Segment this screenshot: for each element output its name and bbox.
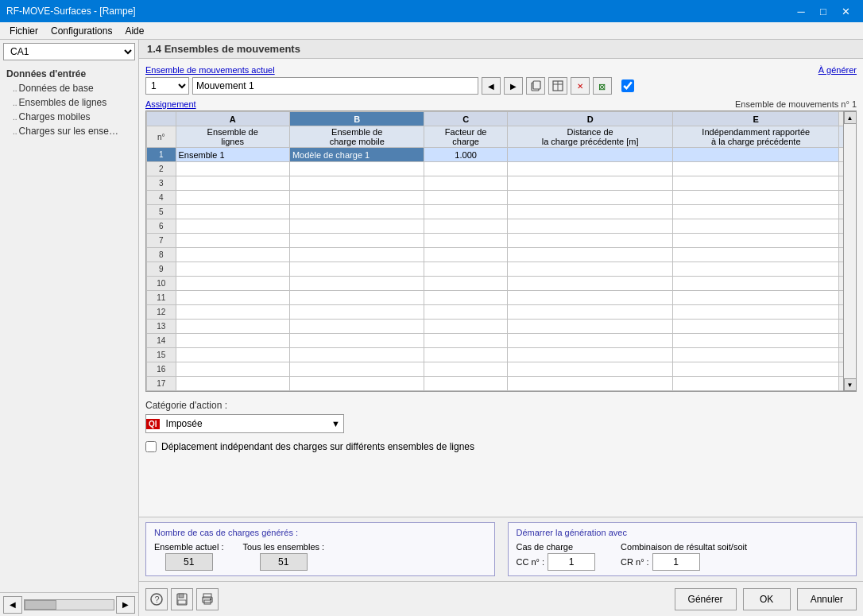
menu-fichier[interactable]: Fichier bbox=[3, 24, 45, 38]
col-d-header[interactable]: D bbox=[507, 112, 673, 126]
cell-e[interactable] bbox=[673, 305, 839, 320]
cell-e[interactable] bbox=[673, 377, 839, 391]
table-row[interactable]: 13 bbox=[147, 320, 856, 334]
cell-a[interactable]: Ensemble 1 bbox=[176, 148, 289, 162]
cell-e[interactable] bbox=[673, 262, 839, 277]
cell-c[interactable] bbox=[424, 262, 507, 277]
table-row[interactable]: 17 bbox=[147, 377, 856, 391]
cell-b[interactable] bbox=[289, 219, 424, 234]
cr-input[interactable] bbox=[652, 553, 700, 571]
cell-e[interactable] bbox=[673, 334, 839, 348]
close-button[interactable]: ✕ bbox=[834, 0, 857, 22]
cell-a[interactable] bbox=[176, 262, 289, 277]
cell-c[interactable] bbox=[424, 234, 507, 248]
col-e-header[interactable]: E bbox=[673, 112, 839, 126]
cell-d[interactable] bbox=[507, 219, 673, 234]
cell-d[interactable] bbox=[507, 377, 673, 391]
table-btn[interactable] bbox=[548, 77, 567, 95]
table-row[interactable]: 10 bbox=[147, 277, 856, 291]
cell-e[interactable] bbox=[673, 219, 839, 234]
menu-configurations[interactable]: Configurations bbox=[45, 24, 118, 38]
cell-d[interactable] bbox=[507, 234, 673, 248]
cell-d[interactable] bbox=[507, 205, 673, 219]
cell-d[interactable] bbox=[507, 291, 673, 305]
cell-c[interactable] bbox=[424, 320, 507, 334]
table-row[interactable]: 6 bbox=[147, 219, 856, 234]
generer-button[interactable]: Générer bbox=[675, 588, 737, 610]
cell-a[interactable] bbox=[176, 191, 289, 205]
cell-b[interactable] bbox=[289, 191, 424, 205]
cell-e[interactable] bbox=[673, 148, 839, 162]
cell-d[interactable] bbox=[507, 348, 673, 362]
help-btn[interactable]: ? bbox=[145, 588, 168, 610]
sidebar-item-ensembles-lignes[interactable]: Ensembles de lignes bbox=[0, 95, 138, 110]
table-row[interactable]: 14 bbox=[147, 334, 856, 348]
minimize-button[interactable]: ─ bbox=[790, 0, 812, 22]
cell-b[interactable] bbox=[289, 305, 424, 320]
cell-a[interactable] bbox=[176, 291, 289, 305]
col-b-header[interactable]: B bbox=[289, 112, 424, 126]
cell-a[interactable] bbox=[176, 305, 289, 320]
table-row[interactable]: 9 bbox=[147, 262, 856, 277]
cell-c[interactable] bbox=[424, 305, 507, 320]
col-a-header[interactable]: A bbox=[176, 112, 289, 126]
cell-d[interactable] bbox=[507, 262, 673, 277]
scroll-down-btn[interactable]: ▼ bbox=[844, 378, 857, 391]
table-row[interactable]: 11 bbox=[147, 291, 856, 305]
cell-c[interactable] bbox=[424, 377, 507, 391]
menu-aide[interactable]: Aide bbox=[118, 24, 150, 38]
cell-b[interactable] bbox=[289, 248, 424, 262]
cell-c[interactable] bbox=[424, 291, 507, 305]
next-btn[interactable]: ▶ bbox=[504, 77, 523, 95]
cell-e[interactable] bbox=[673, 362, 839, 377]
table-row[interactable]: 1Ensemble 1Modèle de charge 11.000 bbox=[147, 148, 856, 162]
table-row[interactable]: 15 bbox=[147, 348, 856, 362]
cell-c[interactable]: 1.000 bbox=[424, 148, 507, 162]
cell-c[interactable] bbox=[424, 219, 507, 234]
scroll-up-btn[interactable]: ▲ bbox=[844, 111, 857, 124]
cell-c[interactable] bbox=[424, 362, 507, 377]
cell-a[interactable] bbox=[176, 348, 289, 362]
annuler-button[interactable]: Annuler bbox=[797, 588, 857, 610]
cell-b[interactable] bbox=[289, 377, 424, 391]
table-row[interactable]: 8 bbox=[147, 248, 856, 262]
table-row[interactable]: 2 bbox=[147, 162, 856, 176]
table-row[interactable]: 7 bbox=[147, 234, 856, 248]
cell-b[interactable] bbox=[289, 348, 424, 362]
cell-b[interactable] bbox=[289, 320, 424, 334]
cell-b[interactable] bbox=[289, 262, 424, 277]
cell-a[interactable] bbox=[176, 205, 289, 219]
cell-d[interactable] bbox=[507, 162, 673, 176]
sidebar-item-charges-mobiles[interactable]: Charges mobiles bbox=[0, 110, 138, 124]
cell-d[interactable] bbox=[507, 305, 673, 320]
cell-b[interactable] bbox=[289, 362, 424, 377]
copy-btn[interactable] bbox=[526, 77, 545, 95]
cell-e[interactable] bbox=[673, 248, 839, 262]
cell-d[interactable] bbox=[507, 176, 673, 191]
cell-b[interactable] bbox=[289, 334, 424, 348]
cell-b[interactable] bbox=[289, 234, 424, 248]
cell-c[interactable] bbox=[424, 277, 507, 291]
cell-a[interactable] bbox=[176, 362, 289, 377]
sidebar-item-charges-ensembles[interactable]: Charges sur les ensembles de li bbox=[0, 124, 138, 138]
maximize-button[interactable]: □ bbox=[812, 0, 834, 22]
prev-btn[interactable]: ◀ bbox=[482, 77, 501, 95]
cell-d[interactable] bbox=[507, 148, 673, 162]
table-row[interactable]: 16 bbox=[147, 362, 856, 377]
cell-c[interactable] bbox=[424, 334, 507, 348]
cc-input[interactable] bbox=[548, 553, 595, 571]
cell-a[interactable] bbox=[176, 162, 289, 176]
cell-e[interactable] bbox=[673, 291, 839, 305]
cell-d[interactable] bbox=[507, 334, 673, 348]
cell-d[interactable] bbox=[507, 277, 673, 291]
cell-a[interactable] bbox=[176, 219, 289, 234]
cell-b[interactable] bbox=[289, 291, 424, 305]
cell-b[interactable] bbox=[289, 277, 424, 291]
cell-c[interactable] bbox=[424, 191, 507, 205]
col-c-header[interactable]: C bbox=[424, 112, 507, 126]
cell-e[interactable] bbox=[673, 176, 839, 191]
save-btn[interactable] bbox=[171, 588, 193, 610]
cell-e[interactable] bbox=[673, 234, 839, 248]
cell-e[interactable] bbox=[673, 320, 839, 334]
ca-dropdown[interactable]: CA1 bbox=[3, 43, 135, 60]
